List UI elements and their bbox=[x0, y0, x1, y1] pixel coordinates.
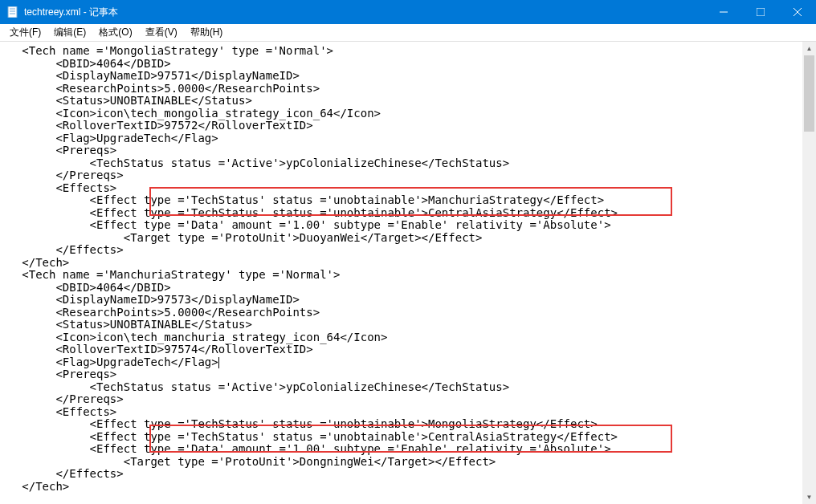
text-cursor bbox=[218, 357, 219, 368]
editor-line: </Tech> bbox=[2, 257, 814, 270]
editor-line: <DBID>4064</DBID> bbox=[2, 282, 814, 295]
editor-line: <RolloverTextID>97572</RolloverTextID> bbox=[2, 120, 814, 132]
menu-help[interactable]: 帮助(H) bbox=[184, 24, 230, 41]
editor-line: <ResearchPoints>5.0000</ResearchPoints> bbox=[2, 83, 814, 96]
editor-line: <Status>UNOBTAINABLE</Status> bbox=[2, 95, 814, 108]
menu-view[interactable]: 查看(V) bbox=[139, 24, 184, 41]
editor-line: <Status>UNOBTAINABLE</Status> bbox=[2, 319, 814, 331]
editor-line: <Effects> bbox=[2, 182, 814, 195]
vertical-scrollbar[interactable]: ▲ ▼ bbox=[802, 42, 816, 504]
window-controls bbox=[705, 0, 816, 24]
editor-line: </Prereqs> bbox=[2, 393, 814, 406]
editor-line: </Prereqs> bbox=[2, 169, 814, 182]
editor-line: <Effect type ='TechStatus' status ='unob… bbox=[2, 207, 814, 220]
editor-line: <Icon>icon\tech_manchuria_strategy_icon_… bbox=[2, 331, 814, 344]
editor-line: <Effects> bbox=[2, 406, 814, 419]
notepad-icon bbox=[6, 6, 19, 18]
editor-line: <DBID>4064</DBID> bbox=[2, 58, 814, 71]
menubar: 文件(F) 编辑(E) 格式(O) 查看(V) 帮助(H) bbox=[0, 24, 816, 42]
text-editor[interactable]: <Tech name ='MongoliaStrategy' type ='No… bbox=[0, 42, 816, 504]
editor-line: <RolloverTextID>97574</RolloverTextID> bbox=[2, 343, 814, 356]
menu-edit[interactable]: 编辑(E) bbox=[47, 24, 92, 41]
editor-line: <Flag>UpgradeTech</Flag> bbox=[2, 356, 814, 369]
editor-line: <Tech name ='ManchuriaStrategy' type ='N… bbox=[2, 269, 814, 282]
window-title: techtreey.xml - 记事本 bbox=[24, 6, 705, 19]
editor-line: <DisplayNameID>97571</DisplayNameID> bbox=[2, 70, 814, 83]
scroll-down-arrow[interactable]: ▼ bbox=[802, 490, 816, 504]
editor-line: <Effect type ='TechStatus' status ='unob… bbox=[2, 431, 814, 444]
editor-line: <Effect type ='TechStatus' status ='unob… bbox=[2, 194, 814, 207]
editor-line: <Tech name ='MongoliaStrategy' type ='No… bbox=[2, 45, 814, 58]
editor-line: <DisplayNameID>97573</DisplayNameID> bbox=[2, 294, 814, 307]
editor-line: </Effects> bbox=[2, 244, 814, 257]
menu-format[interactable]: 格式(O) bbox=[92, 24, 138, 41]
editor-line: <TechStatus status ='Active'>ypColoniali… bbox=[2, 157, 814, 170]
editor-line: <Prereqs> bbox=[2, 144, 814, 157]
editor-line: <Prereqs> bbox=[2, 368, 814, 381]
svg-rect-0 bbox=[8, 6, 17, 18]
editor-line: <Target type ='ProtoUnit'>DongningWei</T… bbox=[2, 456, 814, 469]
minimize-button[interactable] bbox=[705, 0, 742, 24]
editor-line: <Target type ='ProtoUnit'>DuoyanWei</Tar… bbox=[2, 232, 814, 245]
editor-line: <Effect type ='TechStatus' status ='unob… bbox=[2, 418, 814, 431]
menu-file[interactable]: 文件(F) bbox=[3, 24, 47, 41]
editor-line: <Icon>icon\tech_mongolia_strategy_icon_6… bbox=[2, 108, 814, 120]
editor-line: <Effect type ='Data' amount ='1.00' subt… bbox=[2, 443, 814, 456]
editor-line: <ResearchPoints>5.0000</ResearchPoints> bbox=[2, 307, 814, 319]
scroll-up-arrow[interactable]: ▲ bbox=[802, 42, 816, 55]
editor-line: <Flag>UpgradeTech</Flag> bbox=[2, 132, 814, 145]
editor-line: <Effect type ='Data' amount ='1.00' subt… bbox=[2, 219, 814, 232]
svg-rect-5 bbox=[757, 8, 765, 16]
maximize-button[interactable] bbox=[742, 0, 779, 24]
editor-line: </Effects> bbox=[2, 468, 814, 481]
editor-line: <TechStatus status ='Active'>ypColoniali… bbox=[2, 381, 814, 394]
close-button[interactable] bbox=[779, 0, 816, 24]
scrollbar-thumb[interactable] bbox=[804, 55, 814, 132]
titlebar[interactable]: techtreey.xml - 记事本 bbox=[0, 0, 816, 24]
editor-line: </Tech> bbox=[2, 481, 814, 494]
